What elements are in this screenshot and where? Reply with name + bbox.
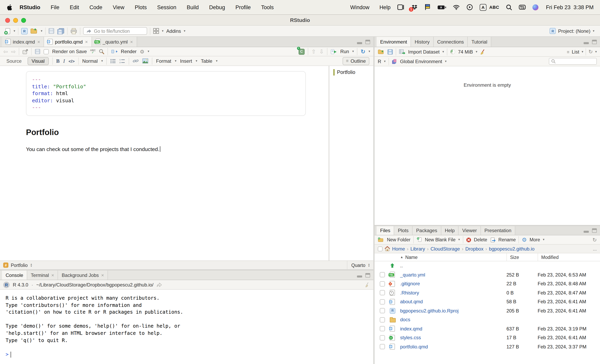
menubar-app-name[interactable]: RStudio bbox=[19, 4, 40, 10]
statusbar-outline-path[interactable]: Portfolio bbox=[11, 263, 28, 268]
render-on-save-checkbox[interactable] bbox=[44, 49, 49, 54]
menu-window[interactable]: Window bbox=[350, 4, 369, 10]
apple-icon[interactable] bbox=[6, 4, 12, 10]
tab-environment[interactable]: Environment bbox=[376, 37, 411, 47]
maximize-pane-icon[interactable] bbox=[592, 39, 597, 44]
file-checkbox[interactable] bbox=[380, 335, 385, 340]
rename-icon[interactable] bbox=[490, 237, 496, 242]
menu-plots[interactable]: Plots bbox=[135, 4, 147, 10]
file-checkbox[interactable] bbox=[380, 290, 385, 296]
close-icon[interactable]: × bbox=[130, 39, 133, 45]
pane-layout-caret-icon[interactable]: ▾ bbox=[162, 29, 163, 33]
spellcheck-icon[interactable]: ABC ✓ bbox=[90, 49, 95, 54]
file-link[interactable]: .. bbox=[400, 263, 506, 269]
file-checkbox[interactable] bbox=[380, 326, 385, 331]
maximize-pane-icon[interactable] bbox=[592, 228, 597, 233]
column-header-size[interactable]: Size bbox=[506, 253, 538, 261]
document-heading[interactable]: Portfolio bbox=[26, 128, 328, 137]
document-paragraph[interactable]: You can check out some of the projects t… bbox=[26, 146, 328, 152]
file-link[interactable]: portfolio.qmd bbox=[400, 344, 506, 350]
run-caret-icon[interactable]: ▾ bbox=[352, 50, 354, 53]
table-row[interactable]: _quarto.yml 252 B Feb 23, 2024, 6:53 AM bbox=[375, 270, 600, 279]
tab-plots[interactable]: Plots bbox=[394, 226, 412, 235]
console-output[interactable]: R is a collaborative project with many c… bbox=[0, 290, 373, 364]
breadcrumb-library[interactable]: Library bbox=[410, 246, 425, 252]
new-folder-button[interactable]: New Folder bbox=[387, 237, 411, 242]
file-checkbox[interactable] bbox=[380, 308, 385, 313]
tab-tutorial[interactable]: Tutorial bbox=[468, 37, 491, 47]
battery-icon[interactable] bbox=[437, 5, 446, 9]
menu-tools[interactable]: Tools bbox=[261, 4, 274, 10]
source-rerun-icon[interactable]: ↻ bbox=[361, 49, 365, 54]
delete-button[interactable]: Delete bbox=[474, 237, 487, 242]
tab-history[interactable]: History bbox=[411, 37, 434, 47]
tab-portfolio-qmd[interactable]: portfolio.qmd × bbox=[44, 37, 92, 47]
new-blank-file-icon[interactable] bbox=[417, 237, 422, 243]
insert-menu[interactable]: Insert bbox=[180, 58, 192, 64]
breadcrumb-home[interactable]: Home bbox=[392, 246, 405, 252]
new-file-caret-icon[interactable]: ▾ bbox=[14, 29, 15, 33]
outline-item-portfolio[interactable]: Portfolio bbox=[333, 69, 373, 75]
menu-session[interactable]: Session bbox=[157, 4, 176, 10]
tab-files[interactable]: Files bbox=[376, 226, 394, 235]
table-menu[interactable]: Table bbox=[201, 58, 212, 64]
back-icon[interactable]: ⇦ bbox=[3, 49, 8, 54]
run-next-icon[interactable]: ⇩ bbox=[319, 49, 324, 54]
link-icon[interactable] bbox=[133, 58, 139, 64]
file-checkbox[interactable] bbox=[380, 272, 385, 278]
dropbox-icon[interactable]: 1 bbox=[411, 4, 418, 10]
close-window-button[interactable] bbox=[5, 18, 10, 23]
input-source-icon[interactable]: A bbox=[480, 4, 487, 10]
tab-quarto-yml[interactable]: _quarto.yml × bbox=[92, 37, 137, 47]
bold-icon[interactable]: B bbox=[56, 58, 60, 64]
open-file-button[interactable] bbox=[30, 28, 38, 34]
refresh-files-icon[interactable]: ↻ bbox=[592, 237, 597, 243]
run-previous-icon[interactable]: ⇧ bbox=[311, 49, 316, 54]
environment-scope-dropdown[interactable]: Global Environment bbox=[400, 58, 442, 64]
run-button[interactable]: Run bbox=[340, 49, 349, 54]
new-blank-file-button[interactable]: New Blank File bbox=[425, 237, 456, 242]
render-icon[interactable] bbox=[111, 49, 118, 54]
working-directory-path[interactable]: ~/Library/CloudStorage/Dropbox/bgpopescu… bbox=[36, 282, 153, 288]
file-link[interactable]: about.qmd bbox=[400, 299, 506, 305]
table-row[interactable]: .gitignore 22 B Feb 23, 2024, 8:48 AM bbox=[375, 279, 600, 288]
tab-viewer[interactable]: Viewer bbox=[459, 226, 481, 235]
delete-icon[interactable] bbox=[466, 237, 471, 242]
import-dataset-icon[interactable] bbox=[399, 49, 405, 54]
addins-caret-icon[interactable]: ▾ bbox=[184, 29, 186, 33]
siri-icon[interactable] bbox=[532, 4, 538, 10]
file-link[interactable]: bgpopescu2.github.io.Rproj bbox=[400, 308, 506, 314]
source-rerun-caret-icon[interactable]: ▾ bbox=[369, 50, 370, 53]
menu-build[interactable]: Build bbox=[187, 4, 199, 10]
tab-connections[interactable]: Connections bbox=[433, 37, 468, 47]
wifi-icon[interactable] bbox=[453, 5, 460, 10]
tab-index-qmd[interactable]: index.qmd × bbox=[2, 37, 44, 47]
table-row[interactable]: index.qmd 637 B Feb 23, 2024, 3:19 PM bbox=[375, 324, 600, 333]
new-file-button[interactable] bbox=[4, 27, 11, 35]
save-all-button[interactable] bbox=[57, 28, 64, 34]
insert-chunk-icon[interactable]: C + bbox=[299, 48, 305, 55]
environment-search-input[interactable] bbox=[549, 58, 597, 65]
display-sidebar-icon[interactable] bbox=[397, 4, 404, 10]
close-icon[interactable]: × bbox=[85, 39, 88, 45]
table-row[interactable]: .Rhistory 0 B Feb 23, 2024, 8:47 AM bbox=[375, 288, 600, 297]
numbered-list-icon[interactable]: 12 bbox=[120, 58, 125, 63]
list-view-caret-icon[interactable]: ▾ bbox=[581, 50, 583, 53]
clear-environment-broom-icon[interactable] bbox=[480, 49, 486, 55]
table-row[interactable]: styles.css 17 B Feb 23, 2024, 6:41 AM bbox=[375, 333, 600, 342]
language-dropdown[interactable]: R bbox=[378, 58, 381, 64]
column-header-name[interactable]: ▲ Name bbox=[400, 255, 506, 260]
paragraph-style-dropdown[interactable]: Normal bbox=[82, 58, 98, 64]
goto-file-function-input[interactable]: Go to file/function bbox=[83, 27, 147, 35]
menu-help[interactable]: Help bbox=[379, 4, 391, 10]
menu-profile[interactable]: Profile bbox=[235, 4, 251, 10]
paragraph-style-caret-icon[interactable]: ▾ bbox=[101, 59, 103, 63]
spellcheck-abc-label[interactable]: ABC bbox=[489, 5, 499, 9]
render-settings-gear-icon[interactable]: ⚙ bbox=[140, 49, 144, 54]
tab-help[interactable]: Help bbox=[441, 226, 459, 235]
play-circle-icon[interactable] bbox=[467, 4, 473, 10]
list-view-dropdown[interactable]: List bbox=[572, 49, 579, 55]
rename-button[interactable]: Rename bbox=[498, 237, 516, 242]
memory-usage-label[interactable]: 74 MiB bbox=[458, 49, 473, 55]
menubar-clock[interactable]: Fri Feb 23 3:38 PM bbox=[546, 4, 594, 10]
